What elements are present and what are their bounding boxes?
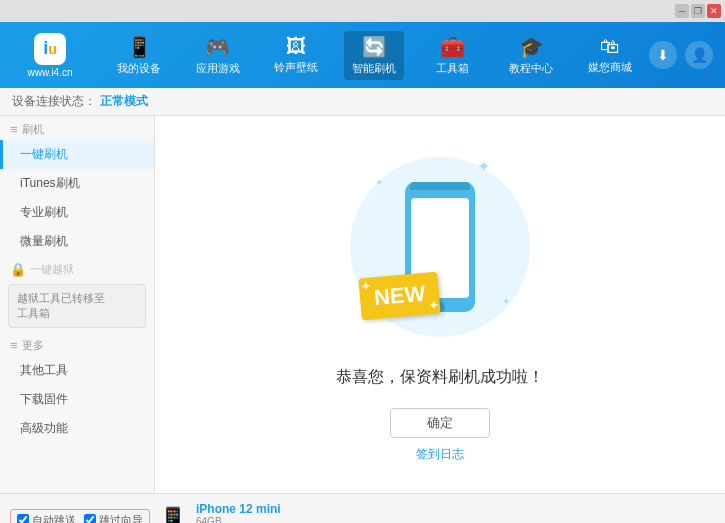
my-device-icon: 📱 (127, 35, 152, 59)
user-btn[interactable]: 👤 (685, 41, 713, 69)
sparkle-1: ✦ (477, 157, 490, 176)
device-name: iPhone 12 mini (196, 502, 281, 516)
bottom-section: 自动跳送 跳过向导 📱 iPhone 12 mini 64GB Down-12m… (0, 493, 725, 523)
more-section-label: 更多 (22, 338, 44, 353)
wallpaper-icon: 🖼 (286, 35, 306, 58)
minimize-btn[interactable]: ─ (675, 4, 689, 18)
logo-icon: iu (34, 33, 66, 65)
nav-item-my-device[interactable]: 📱 我的设备 (109, 31, 169, 80)
sparkle-3: ✦ (502, 296, 510, 307)
nav-item-smart-shop[interactable]: 🔄 智能刷机 (344, 31, 404, 80)
flash-section-icon: ≡ (10, 122, 18, 137)
apps-games-label: 应用游戏 (196, 61, 240, 76)
skip-guide-checkbox[interactable] (84, 514, 96, 523)
skip-guide-checkbox-label[interactable]: 跳过向导 (84, 513, 143, 524)
auto-jump-checkbox[interactable] (17, 514, 29, 523)
status-value: 正常模式 (100, 93, 148, 110)
success-text: 恭喜您，保资料刷机成功啦！ (336, 367, 544, 388)
device-storage: 64GB (196, 516, 281, 523)
auto-jump-label: 自动跳送 (32, 513, 76, 524)
flash-section-label: 刷机 (22, 122, 44, 137)
store-icon: 🛍 (600, 35, 620, 58)
tutorial-label: 教程中心 (509, 61, 553, 76)
store-label: 媒您商城 (588, 60, 632, 75)
nav-item-toolbox[interactable]: 🧰 工具箱 (423, 31, 483, 80)
my-device-label: 我的设备 (117, 61, 161, 76)
sidebar: ≡ 刷机 一键刷机 iTunes刷机 专业刷机 微量刷机 🔒 一键越狱 越狱工具… (0, 116, 155, 493)
device-phone-icon: 📱 (158, 506, 188, 523)
restore-btn[interactable]: ❐ (691, 4, 705, 18)
smart-shop-icon: 🔄 (362, 35, 387, 59)
sidebar-item-pro-flash[interactable]: 专业刷机 (0, 198, 154, 227)
notice-text: 越狱工具已转移至 工具箱 (17, 292, 105, 319)
lock-icon: 🔒 (10, 262, 26, 277)
content-area: ✦ ✦ ✦ NEW 恭喜您，保资料刷机成功啦！ 确定 签到日志 (155, 116, 725, 493)
sidebar-section-more: ≡ 更多 (0, 332, 154, 356)
sidebar-section-flash: ≡ 刷机 (0, 116, 154, 140)
top-nav: iu www.i4.cn 📱 我的设备 🎮 应用游戏 🖼 铃声壁纸 🔄 智能刷机… (0, 22, 725, 88)
smart-shop-label: 智能刷机 (352, 61, 396, 76)
nav-item-tutorial[interactable]: 🎓 教程中心 (501, 31, 561, 80)
sidebar-item-download-firmware[interactable]: 下载固件 (0, 385, 154, 414)
main-content: ≡ 刷机 一键刷机 iTunes刷机 专业刷机 微量刷机 🔒 一键越狱 越狱工具… (0, 116, 725, 493)
nav-item-apps-games[interactable]: 🎮 应用游戏 (188, 31, 248, 80)
nav-item-store[interactable]: 🛍 媒您商城 (580, 31, 640, 79)
logo-text: www.i4.cn (27, 67, 72, 78)
download-btn[interactable]: ⬇ (649, 41, 677, 69)
jailbreak-section-label: 一键越狱 (30, 262, 74, 277)
bottom-device-row: 自动跳送 跳过向导 📱 iPhone 12 mini 64GB Down-12m… (0, 494, 725, 523)
daily-sign-link[interactable]: 签到日志 (416, 446, 464, 463)
close-btn[interactable]: ✕ (707, 4, 721, 18)
nav-right: ⬇ 👤 (649, 41, 725, 69)
apps-games-icon: 🎮 (205, 35, 230, 59)
sidebar-item-advanced[interactable]: 高级功能 (0, 414, 154, 443)
phone-top (410, 182, 470, 190)
skip-guide-label: 跳过向导 (99, 513, 143, 524)
sidebar-item-one-click-flash[interactable]: 一键刷机 (0, 140, 154, 169)
new-badge: NEW (358, 271, 441, 320)
sparkle-2: ✦ (375, 177, 383, 188)
confirm-button[interactable]: 确定 (390, 408, 490, 438)
device-text: iPhone 12 mini 64GB Down-12mini-13,1 (196, 502, 281, 523)
sidebar-item-itunes-flash[interactable]: iTunes刷机 (0, 169, 154, 198)
sidebar-section-jailbreak: 🔒 一键越狱 (0, 256, 154, 280)
sidebar-item-wipe-flash[interactable]: 微量刷机 (0, 227, 154, 256)
jailbreak-notice: 越狱工具已转移至 工具箱 (8, 284, 146, 328)
checkbox-group: 自动跳送 跳过向导 (10, 509, 150, 524)
toolbox-icon: 🧰 (440, 35, 465, 59)
status-label: 设备连接状态： (12, 93, 96, 110)
status-bar: 设备连接状态： 正常模式 (0, 88, 725, 116)
sidebar-item-other-tools[interactable]: 其他工具 (0, 356, 154, 385)
logo-area: iu www.i4.cn (0, 33, 100, 78)
tutorial-icon: 🎓 (519, 35, 544, 59)
toolbox-label: 工具箱 (436, 61, 469, 76)
phone-illustration: ✦ ✦ ✦ NEW (340, 147, 540, 347)
nav-item-wallpaper[interactable]: 🖼 铃声壁纸 (266, 31, 326, 79)
title-bar: ─ ❐ ✕ (0, 0, 725, 22)
wallpaper-label: 铃声壁纸 (274, 60, 318, 75)
more-section-icon: ≡ (10, 338, 18, 353)
auto-jump-checkbox-label[interactable]: 自动跳送 (17, 513, 76, 524)
nav-items: 📱 我的设备 🎮 应用游戏 🖼 铃声壁纸 🔄 智能刷机 🧰 工具箱 🎓 教程中心… (100, 31, 649, 80)
